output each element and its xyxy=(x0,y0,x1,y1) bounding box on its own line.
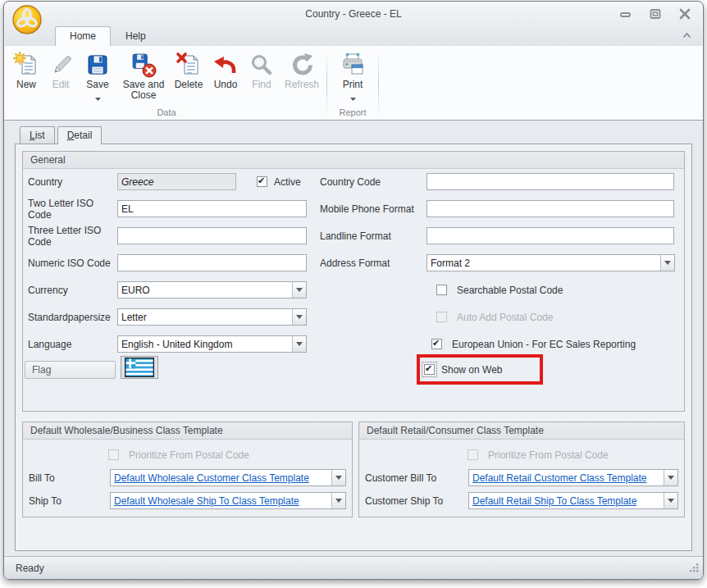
ribbon-group-separator xyxy=(378,48,379,118)
undo-button[interactable]: Undo xyxy=(208,48,244,107)
bill-to-link[interactable]: Default Wholesale Customer Class Templat… xyxy=(111,470,331,485)
landline-format-label: Landline Format xyxy=(320,230,426,242)
customer-bill-to-label: Customer Bill To xyxy=(365,472,468,484)
detail-panel: General Country Active Country Code xyxy=(15,144,692,551)
chevron-down-icon[interactable] xyxy=(331,470,345,485)
show-on-web-label: Show on Web xyxy=(441,364,503,376)
european-union-checkbox[interactable] xyxy=(431,339,442,349)
two-letter-iso-field[interactable] xyxy=(117,200,307,217)
refresh-button: Refresh xyxy=(280,48,324,107)
main-content: List Detail General Country Active xyxy=(4,121,703,556)
customer-ship-to-link[interactable]: Default Retail Ship To Class Template xyxy=(469,493,664,508)
title-bar[interactable]: Country - Greece - EL xyxy=(4,2,703,25)
ribbon-tab-help[interactable]: Help xyxy=(111,26,161,46)
ribbon-tab-home[interactable]: Home xyxy=(55,26,111,46)
retail-template-title: Default Retail/Consumer Class Template xyxy=(359,422,684,440)
refresh-icon xyxy=(289,52,315,78)
country-code-label: Country Code xyxy=(320,176,426,188)
language-label: Language xyxy=(28,339,117,350)
currency-label: Currency xyxy=(28,285,117,296)
active-checkbox[interactable] xyxy=(257,176,267,187)
mobile-phone-format-field[interactable] xyxy=(426,200,674,217)
language-combo[interactable]: English - United Kingdom xyxy=(117,335,307,353)
print-dropdown-arrow-icon[interactable] xyxy=(350,92,356,103)
show-on-web-checkbox[interactable] xyxy=(424,364,435,375)
window-title: Country - Greece - EL xyxy=(305,8,401,20)
general-group-box: General Country Active Country Code xyxy=(22,151,685,412)
ship-to-label: Ship To xyxy=(29,495,110,507)
save-button[interactable]: Save xyxy=(78,48,117,107)
searchable-postal-code-checkbox[interactable] xyxy=(436,285,447,295)
delete-icon xyxy=(176,52,202,78)
ribbon-group-data: New Edit xyxy=(7,47,326,120)
landline-format-field[interactable] xyxy=(426,227,674,244)
auto-add-postal-code-checkbox xyxy=(436,312,447,322)
pencil-icon xyxy=(48,52,74,78)
customer-bill-to-combo[interactable]: Default Retail Customer Class Template xyxy=(468,469,678,486)
ship-to-combo[interactable]: Default Wholesale Ship To Class Template xyxy=(110,492,346,509)
red-highlight-annotation: Show on Web xyxy=(417,354,543,385)
print-button[interactable]: Print xyxy=(330,48,376,107)
app-logo-icon[interactable] xyxy=(11,4,43,35)
minimize-button[interactable] xyxy=(616,7,636,21)
wholesale-template-title: Default Wholesale/Business Class Templat… xyxy=(23,422,352,440)
currency-combo[interactable]: EURO xyxy=(117,281,307,299)
european-union-label: European Union - For EC Sales Reporting xyxy=(452,339,636,350)
new-document-icon xyxy=(13,52,39,78)
chevron-down-icon[interactable] xyxy=(292,282,306,298)
new-button[interactable]: New xyxy=(9,48,43,107)
numeric-iso-label: Numeric ISO Code xyxy=(28,258,117,269)
wholesale-prioritize-label: Prioritize From Postal Code xyxy=(129,449,249,461)
paper-size-combo[interactable]: Letter xyxy=(117,308,307,326)
ribbon-group-label-report: Report xyxy=(328,107,377,120)
numeric-iso-field[interactable] xyxy=(117,254,307,271)
save-and-close-button[interactable]: Save and Close xyxy=(117,48,170,107)
undo-arrow-icon xyxy=(212,52,239,78)
general-group-title: General xyxy=(23,152,684,169)
save-close-icon xyxy=(130,52,157,78)
wholesale-prioritize-checkbox xyxy=(108,449,119,460)
chevron-down-icon[interactable] xyxy=(331,493,345,508)
resize-grip[interactable] xyxy=(689,563,700,576)
restore-button[interactable] xyxy=(645,7,665,21)
country-field[interactable] xyxy=(117,173,236,190)
address-format-combo[interactable]: Format 2 xyxy=(426,254,675,271)
page-tab-bar: List Detail xyxy=(15,126,692,144)
status-text: Ready xyxy=(16,563,44,574)
find-button: Find xyxy=(244,48,280,107)
bill-to-combo[interactable]: Default Wholesale Customer Class Templat… xyxy=(110,469,346,486)
auto-add-postal-code-label: Auto Add Postal Code xyxy=(457,312,553,323)
ribbon: New Edit xyxy=(4,46,703,121)
printer-icon xyxy=(340,52,366,78)
status-bar: Ready xyxy=(4,556,703,579)
wholesale-template-group-box: Default Wholesale/Business Class Templat… xyxy=(22,422,353,517)
tab-list[interactable]: List xyxy=(20,126,55,144)
three-letter-iso-field[interactable] xyxy=(117,227,307,244)
edit-button: Edit xyxy=(43,48,78,107)
country-label: Country xyxy=(28,176,117,188)
chevron-down-icon[interactable] xyxy=(660,255,674,271)
flag-button[interactable]: Flag xyxy=(25,361,116,379)
tab-detail[interactable]: Detail xyxy=(57,126,103,144)
close-button[interactable] xyxy=(675,7,695,21)
ribbon-collapse-button[interactable] xyxy=(682,27,692,42)
customer-bill-to-link[interactable]: Default Retail Customer Class Template xyxy=(469,470,664,485)
chevron-down-icon[interactable] xyxy=(292,336,306,352)
delete-button[interactable]: Delete xyxy=(170,48,208,107)
retail-prioritize-label: Prioritize From Postal Code xyxy=(488,449,609,461)
mobile-phone-format-label: Mobile Phone Format xyxy=(320,203,426,215)
save-dropdown-arrow-icon[interactable] xyxy=(95,92,101,103)
chevron-down-icon[interactable] xyxy=(664,470,677,485)
chevron-down-icon[interactable] xyxy=(664,493,677,508)
chevron-down-icon[interactable] xyxy=(292,309,306,325)
customer-ship-to-label: Customer Ship To xyxy=(365,495,468,507)
ship-to-link[interactable]: Default Wholesale Ship To Class Template xyxy=(111,493,331,508)
retail-prioritize-checkbox xyxy=(468,449,478,460)
country-code-field[interactable] xyxy=(426,173,674,190)
greece-flag-image xyxy=(121,356,158,379)
three-letter-iso-label: Three Letter ISO Code xyxy=(28,225,117,248)
app-window: Country - Greece - EL Home Help xyxy=(3,1,704,580)
customer-ship-to-combo[interactable]: Default Retail Ship To Class Template xyxy=(468,492,678,509)
address-format-label: Address Format xyxy=(320,258,426,269)
ribbon-group-label-data: Data xyxy=(7,107,326,120)
